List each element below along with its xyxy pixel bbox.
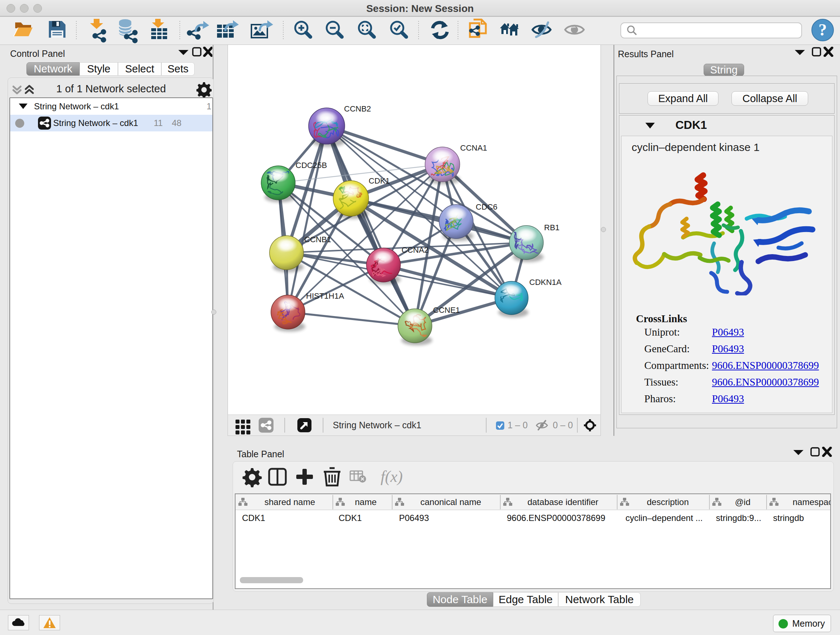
svg-text:CDC6: CDC6 [476, 203, 497, 211]
svg-text:RB1: RB1 [544, 223, 560, 232]
svg-text:f(x): f(x) [381, 468, 403, 486]
svg-text:shared name: shared name [264, 497, 315, 507]
svg-text:HIST1H1A: HIST1H1A [306, 291, 344, 301]
svg-text:description: description [647, 497, 689, 507]
svg-text:@id: @id [735, 497, 750, 507]
svg-text:database identifier: database identifier [527, 497, 598, 507]
svg-text:CDC25B: CDC25B [295, 161, 327, 170]
svg-text:String Network – cdk1: String Network – cdk1 [333, 420, 422, 430]
svg-text:CCNB2: CCNB2 [344, 104, 371, 113]
svg-text:CCNB1: CCNB1 [304, 235, 332, 244]
svg-text:namespace: namespace [793, 497, 830, 507]
svg-text:CCNE1: CCNE1 [433, 306, 460, 315]
svg-text:canonical name: canonical name [420, 497, 481, 507]
svg-text:name: name [355, 497, 377, 507]
svg-text:CDKN1A: CDKN1A [529, 278, 562, 287]
svg-text:CCNA1: CCNA1 [460, 143, 487, 152]
svg-text:0 – 0: 0 – 0 [553, 420, 573, 430]
svg-text:CCNA2: CCNA2 [401, 245, 429, 255]
svg-text:1 – 0: 1 – 0 [508, 420, 528, 430]
svg-text:?: ? [819, 21, 827, 39]
svg-text:CDK1: CDK1 [369, 176, 390, 185]
